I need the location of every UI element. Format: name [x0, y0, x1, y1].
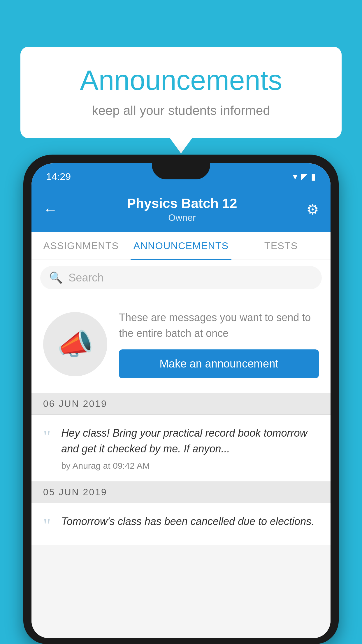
- announcement-item-1[interactable]: " Hey class! Bring your practical record…: [31, 415, 331, 482]
- empty-state-description: These are messages you want to send to t…: [119, 310, 319, 341]
- megaphone-icon: 📣: [57, 327, 94, 361]
- wifi-icon: ▾: [293, 172, 297, 182]
- header-subtitle: Owner: [127, 212, 237, 223]
- make-announcement-button[interactable]: Make an announcement: [119, 349, 319, 378]
- status-bar: 14:29 ▾ ◤ ▮: [31, 163, 331, 190]
- search-icon: 🔍: [49, 271, 63, 284]
- bubble-subtitle: keep all your students informed: [44, 103, 318, 118]
- megaphone-circle: 📣: [43, 312, 107, 376]
- tab-tests[interactable]: TESTS: [231, 232, 331, 260]
- phone-screen: 14:29 ▾ ◤ ▮ ← Physics Batch 12 Owner ⚙ A…: [31, 163, 331, 638]
- app-header: ← Physics Batch 12 Owner ⚙: [31, 190, 331, 232]
- content-area: 🔍 Search 📣 These are messages you want t…: [31, 260, 331, 638]
- back-button[interactable]: ←: [43, 201, 58, 218]
- status-icons: ▾ ◤ ▮: [293, 172, 316, 182]
- announcement-content-1: Hey class! Bring your practical record b…: [61, 425, 319, 471]
- header-center: Physics Batch 12 Owner: [127, 195, 237, 223]
- signal-icon: ◤: [301, 172, 307, 182]
- date-separator-2: 05 JUN 2019: [31, 482, 331, 503]
- tab-bar: ASSIGNMENTS ANNOUNCEMENTS TESTS: [31, 232, 331, 260]
- settings-button[interactable]: ⚙: [306, 201, 319, 218]
- search-container: 🔍 Search: [31, 260, 331, 295]
- tab-announcements[interactable]: ANNOUNCEMENTS: [131, 232, 232, 260]
- header-title: Physics Batch 12: [127, 195, 237, 211]
- announcement-text-1: Hey class! Bring your practical record b…: [61, 425, 319, 457]
- empty-state: 📣 These are messages you want to send to…: [31, 295, 331, 393]
- announcement-content-2: Tomorrow's class has been cancelled due …: [61, 514, 319, 533]
- quote-icon-2: ": [43, 516, 51, 535]
- speech-bubble: Announcements keep all your students inf…: [20, 47, 342, 138]
- search-bar[interactable]: 🔍 Search: [40, 266, 322, 289]
- search-placeholder: Search: [68, 272, 103, 284]
- tab-assignments[interactable]: ASSIGNMENTS: [31, 232, 131, 260]
- status-time: 14:29: [46, 171, 71, 182]
- empty-state-content: These are messages you want to send to t…: [119, 310, 319, 378]
- battery-icon: ▮: [311, 172, 316, 182]
- bubble-title: Announcements: [44, 64, 318, 96]
- announcement-text-2: Tomorrow's class has been cancelled due …: [61, 514, 319, 529]
- phone-frame: 14:29 ▾ ◤ ▮ ← Physics Batch 12 Owner ⚙ A…: [23, 155, 339, 644]
- date-separator-1: 06 JUN 2019: [31, 393, 331, 415]
- announcement-item-2[interactable]: " Tomorrow's class has been cancelled du…: [31, 503, 331, 545]
- intro-section: Announcements keep all your students inf…: [20, 47, 342, 138]
- announcement-meta-1: by Anurag at 09:42 AM: [61, 461, 319, 471]
- quote-icon-1: ": [43, 428, 51, 446]
